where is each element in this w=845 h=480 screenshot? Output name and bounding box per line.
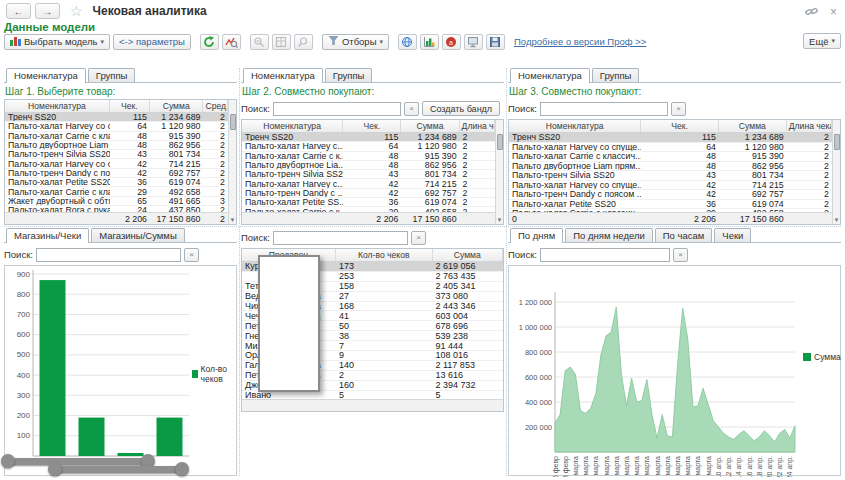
step3-table[interactable]: НоменклатураЧек.СуммаДлина чека, среднее… <box>508 119 841 225</box>
tab-shops-checks[interactable]: Магазины/Чеки <box>6 228 89 243</box>
table-row[interactable]: Тренч SS201151 234 6892 <box>242 133 495 142</box>
table-row[interactable]: Пальто-халат Harvey со сп...641 120 9802 <box>5 122 228 131</box>
horizontal-splitter[interactable] <box>4 226 841 227</box>
zoom-prev-icon[interactable] <box>250 34 269 50</box>
table-row[interactable]: Тренч SS201151 234 6892 <box>509 133 832 143</box>
tab-groups[interactable]: Группы <box>88 68 136 82</box>
table-row[interactable]: Тренч SS201151 234 6892 <box>5 113 228 122</box>
table-row[interactable]: Пальто-тренч Silvia SS2043801 7342 <box>5 150 228 159</box>
tab-nomenclature[interactable]: Номенклатура <box>6 68 86 83</box>
vertical-splitter[interactable] <box>506 68 507 476</box>
table-row[interactable]: Пальто-тренч Dandy с поясом ...42692 757… <box>509 190 832 200</box>
clear-search-icon[interactable]: × <box>411 231 426 245</box>
table-row[interactable]: Пальто-халат Petite SS2036619 0742 <box>5 178 228 187</box>
chart-range-slider[interactable] <box>55 466 182 473</box>
abc-ball-icon[interactable]: a <box>442 34 461 50</box>
table-row[interactable]: Пальто-тренч Dandy с пок...42692 7572 <box>5 169 228 178</box>
vertical-scrollbar[interactable]: ▼ <box>495 120 503 224</box>
more-button[interactable]: Ещё▾ <box>803 33 841 49</box>
vertical-scrollbar[interactable]: ▼ <box>228 100 236 224</box>
scroll-down-icon[interactable]: ▼ <box>230 216 236 224</box>
vertical-splitter[interactable] <box>239 68 240 476</box>
tab-shops-sums[interactable]: Магазины/Суммы <box>91 228 185 242</box>
table-row[interactable]: Пальто двубортное Liam прям...48862 9562 <box>509 162 832 172</box>
table-row[interactable]: Пальто-тренч Dandy с ...42692 7572 <box>242 189 495 198</box>
forward-button[interactable]: → <box>35 3 60 19</box>
tab-groups[interactable]: Группы <box>325 68 373 82</box>
search-input[interactable] <box>540 248 670 262</box>
column-header[interactable]: Сумма <box>433 249 503 261</box>
table-row[interactable]: Пальто-халат Carrie с клас...29492 6582 <box>5 187 228 196</box>
column-header[interactable]: Чек. <box>641 120 719 132</box>
column-header[interactable]: Номенклатура <box>509 120 641 132</box>
table-row[interactable]: Пальто-халат Carrie с клас...48915 3902 <box>5 132 228 141</box>
model-quality-button[interactable] <box>222 34 241 50</box>
column-header[interactable]: Номенклатура <box>242 120 343 132</box>
globe-icon[interactable] <box>398 34 417 50</box>
scrollbar-thumb[interactable] <box>497 134 503 150</box>
clear-search-icon[interactable]: × <box>671 102 686 116</box>
favorite-star-icon[interactable]: ☆ <box>70 4 83 18</box>
select-model-button[interactable]: Выбрать модель▾ <box>4 34 110 50</box>
tab-groups[interactable]: Группы <box>592 68 640 82</box>
table-row[interactable]: Пальто-халат Harvey со спуще...42714 215… <box>509 181 832 191</box>
close-icon[interactable]: × <box>830 5 837 19</box>
table-row[interactable]: Пальто-халат Carrie с классич...48915 39… <box>509 152 832 162</box>
monitor-icon[interactable] <box>464 34 483 50</box>
table-row[interactable]: Пальто двубортное Liam п...48862 9562 <box>5 141 228 150</box>
shops-bar-chart[interactable]: 100200300400500600700800900 Кол-во чеков <box>4 265 237 476</box>
column-header[interactable]: Сумма <box>719 120 787 132</box>
column-header[interactable]: Длина чека, среднее <box>460 120 495 132</box>
report-table-icon[interactable] <box>272 34 291 50</box>
slider-handle[interactable] <box>175 462 189 476</box>
table-row[interactable]: Пальто-халат Harvey со спуще...641 120 9… <box>509 143 832 153</box>
search-input[interactable] <box>540 102 668 116</box>
clear-search-icon[interactable]: × <box>404 102 419 116</box>
table-row[interactable]: Жакет двубортный с обтя...65491 6653 <box>5 197 228 206</box>
area-chart[interactable]: 200 000400 000600 000800 0001 000 0001 2… <box>509 266 838 477</box>
filters-button[interactable]: Отборы▾ <box>322 34 389 50</box>
create-bundle-button[interactable]: Создать бандл <box>422 101 500 116</box>
tab-nomenclature[interactable]: Номенклатура <box>243 68 323 83</box>
clear-search-icon[interactable]: × <box>184 248 199 262</box>
column-header[interactable]: Кол-во чеков <box>336 249 433 261</box>
table-row[interactable]: Пальто-тренч Silvia SS2043801 7342 <box>509 171 832 181</box>
slider-handle[interactable] <box>48 462 62 476</box>
scrollbar-thumb[interactable] <box>834 134 840 150</box>
tab-by-hours[interactable]: По часам <box>655 228 713 242</box>
zoom-next-icon[interactable] <box>294 34 313 50</box>
column-header[interactable]: Чек. <box>343 120 401 132</box>
table-row[interactable]: Пальто-халат Harvey с...42714 2152 <box>242 179 495 188</box>
tab-by-days[interactable]: По дням <box>510 228 563 243</box>
back-button[interactable]: ← <box>6 3 31 19</box>
table-row[interactable]: Пальто-халат Petite SS...36619 0742 <box>242 198 495 207</box>
vertical-scrollbar[interactable]: ▼ <box>832 120 840 224</box>
clear-search-icon[interactable]: × <box>673 248 688 262</box>
table-row[interactable]: Пальто-халат Carrie с к...48915 3902 <box>242 152 495 161</box>
scroll-down-icon[interactable]: ▼ <box>497 216 503 224</box>
step1-table[interactable]: НоменклатураЧек.СуммаСред. длина чекТрен… <box>4 99 237 225</box>
link-icon[interactable] <box>805 3 818 21</box>
scroll-down-icon[interactable]: ▼ <box>834 216 840 224</box>
table-row[interactable]: Пальто-халат Harvey с...641 120 9802 <box>242 142 495 151</box>
search-input[interactable] <box>273 102 401 116</box>
column-header[interactable]: Длина чека, среднее <box>787 120 832 132</box>
chart-range-slider[interactable] <box>8 458 148 465</box>
search-input[interactable] <box>36 248 181 262</box>
chart-view-icon[interactable] <box>420 34 439 50</box>
column-header[interactable]: Сред. длина чек <box>203 100 228 112</box>
parameters-button[interactable]: <-> параметры <box>113 34 191 50</box>
table-row[interactable]: Пальто-тренч Silvia SS2043801 7342 <box>242 170 495 179</box>
scrollbar-thumb[interactable] <box>230 114 236 130</box>
tab-by-weekdays[interactable]: По дням недели <box>565 228 653 242</box>
column-header[interactable]: Сумма <box>401 120 459 132</box>
slider-handle[interactable] <box>1 454 15 468</box>
tab-nomenclature[interactable]: Номенклатура <box>510 68 590 83</box>
column-header[interactable]: Номенклатура <box>5 100 110 112</box>
days-area-chart[interactable]: 200 000400 000600 000800 0001 000 0001 2… <box>508 265 841 476</box>
column-header[interactable]: Сумма <box>150 100 204 112</box>
step2-table[interactable]: НоменклатураЧек.СуммаДлина чека, среднее… <box>241 119 504 225</box>
save-icon[interactable] <box>486 34 505 50</box>
table-row[interactable]: Пальто двубортное Lia...48862 9562 <box>242 161 495 170</box>
tab-checks[interactable]: Чеки <box>714 228 751 242</box>
